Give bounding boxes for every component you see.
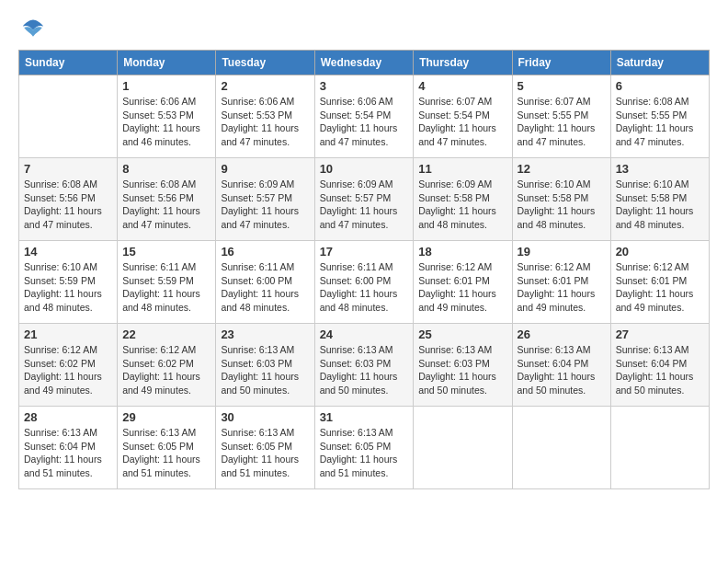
column-header-tuesday: Tuesday <box>216 51 314 75</box>
day-info: Sunrise: 6:13 AM Sunset: 6:03 PM Dayligh… <box>320 343 409 397</box>
calendar-cell: 12Sunrise: 6:10 AM Sunset: 5:58 PM Dayli… <box>512 158 610 241</box>
day-info: Sunrise: 6:06 AM Sunset: 5:53 PM Dayligh… <box>221 95 309 149</box>
calendar-cell: 24Sunrise: 6:13 AM Sunset: 6:03 PM Dayli… <box>314 324 414 407</box>
calendar-cell: 8Sunrise: 6:08 AM Sunset: 5:56 PM Daylig… <box>118 158 216 241</box>
day-number: 11 <box>418 162 506 176</box>
day-number: 19 <box>518 245 606 259</box>
day-number: 20 <box>616 245 704 259</box>
calendar-cell: 1Sunrise: 6:06 AM Sunset: 5:53 PM Daylig… <box>118 75 216 158</box>
day-info: Sunrise: 6:06 AM Sunset: 5:54 PM Dayligh… <box>320 95 409 149</box>
calendar-cell: 9Sunrise: 6:09 AM Sunset: 5:57 PM Daylig… <box>216 158 314 241</box>
calendar-cell: 13Sunrise: 6:10 AM Sunset: 5:58 PM Dayli… <box>610 158 709 241</box>
calendar-cell <box>512 407 610 489</box>
day-number: 29 <box>122 410 210 424</box>
day-info: Sunrise: 6:11 AM Sunset: 6:00 PM Dayligh… <box>221 260 309 315</box>
day-number: 30 <box>221 410 309 424</box>
calendar-cell <box>610 407 709 489</box>
calendar-cell: 5Sunrise: 6:07 AM Sunset: 5:55 PM Daylig… <box>512 75 610 158</box>
logo <box>18 18 46 40</box>
day-number: 9 <box>221 162 309 176</box>
day-number: 24 <box>320 327 409 341</box>
day-info: Sunrise: 6:08 AM Sunset: 5:55 PM Dayligh… <box>616 95 704 149</box>
day-info: Sunrise: 6:06 AM Sunset: 5:53 PM Dayligh… <box>122 95 210 149</box>
day-number: 13 <box>616 162 704 176</box>
day-number: 10 <box>320 162 409 176</box>
calendar-cell: 4Sunrise: 6:07 AM Sunset: 5:54 PM Daylig… <box>414 75 512 158</box>
calendar-cell: 15Sunrise: 6:11 AM Sunset: 5:59 PM Dayli… <box>118 241 216 324</box>
day-info: Sunrise: 6:08 AM Sunset: 5:56 PM Dayligh… <box>122 178 210 232</box>
calendar-cell: 27Sunrise: 6:13 AM Sunset: 6:04 PM Dayli… <box>610 324 709 407</box>
calendar-cell: 25Sunrise: 6:13 AM Sunset: 6:03 PM Dayli… <box>414 324 512 407</box>
day-info: Sunrise: 6:13 AM Sunset: 6:05 PM Dayligh… <box>320 426 409 480</box>
logo-bird-icon <box>20 18 46 40</box>
day-info: Sunrise: 6:11 AM Sunset: 5:59 PM Dayligh… <box>122 260 210 315</box>
calendar-cell: 19Sunrise: 6:12 AM Sunset: 6:01 PM Dayli… <box>512 241 610 324</box>
day-info: Sunrise: 6:13 AM Sunset: 6:04 PM Dayligh… <box>518 343 606 397</box>
column-header-saturday: Saturday <box>610 51 709 75</box>
day-number: 28 <box>24 410 112 424</box>
day-number: 18 <box>418 245 506 259</box>
day-info: Sunrise: 6:07 AM Sunset: 5:55 PM Dayligh… <box>518 95 606 149</box>
calendar-cell: 30Sunrise: 6:13 AM Sunset: 6:05 PM Dayli… <box>216 407 314 489</box>
column-header-sunday: Sunday <box>19 51 118 75</box>
calendar-cell: 18Sunrise: 6:12 AM Sunset: 6:01 PM Dayli… <box>414 241 512 324</box>
calendar-cell: 6Sunrise: 6:08 AM Sunset: 5:55 PM Daylig… <box>610 75 709 158</box>
calendar-week-row: 14Sunrise: 6:10 AM Sunset: 5:59 PM Dayli… <box>19 241 710 324</box>
column-header-monday: Monday <box>118 51 216 75</box>
day-number: 26 <box>518 327 606 341</box>
day-number: 27 <box>616 327 704 341</box>
day-info: Sunrise: 6:13 AM Sunset: 6:04 PM Dayligh… <box>616 343 704 397</box>
day-info: Sunrise: 6:13 AM Sunset: 6:04 PM Dayligh… <box>24 426 112 480</box>
calendar-cell: 10Sunrise: 6:09 AM Sunset: 5:57 PM Dayli… <box>314 158 414 241</box>
calendar-cell: 29Sunrise: 6:13 AM Sunset: 6:05 PM Dayli… <box>118 407 216 489</box>
calendar-week-row: 21Sunrise: 6:12 AM Sunset: 6:02 PM Dayli… <box>19 324 710 407</box>
day-number: 14 <box>24 245 112 259</box>
calendar-week-row: 7Sunrise: 6:08 AM Sunset: 5:56 PM Daylig… <box>19 158 710 241</box>
day-info: Sunrise: 6:12 AM Sunset: 6:02 PM Dayligh… <box>122 343 210 397</box>
calendar-cell: 14Sunrise: 6:10 AM Sunset: 5:59 PM Dayli… <box>19 241 118 324</box>
day-number: 12 <box>518 162 606 176</box>
day-number: 16 <box>221 245 309 259</box>
calendar-cell: 21Sunrise: 6:12 AM Sunset: 6:02 PM Dayli… <box>19 324 118 407</box>
day-number: 17 <box>320 245 409 259</box>
column-header-friday: Friday <box>512 51 610 75</box>
calendar-header-row: SundayMondayTuesdayWednesdayThursdayFrid… <box>19 51 710 75</box>
day-number: 2 <box>221 79 309 93</box>
day-info: Sunrise: 6:12 AM Sunset: 6:01 PM Dayligh… <box>616 260 704 315</box>
calendar-cell: 22Sunrise: 6:12 AM Sunset: 6:02 PM Dayli… <box>118 324 216 407</box>
day-info: Sunrise: 6:13 AM Sunset: 6:05 PM Dayligh… <box>221 426 309 480</box>
calendar-cell: 28Sunrise: 6:13 AM Sunset: 6:04 PM Dayli… <box>19 407 118 489</box>
day-number: 15 <box>122 245 210 259</box>
day-number: 22 <box>122 327 210 341</box>
day-number: 8 <box>122 162 210 176</box>
calendar-cell: 26Sunrise: 6:13 AM Sunset: 6:04 PM Dayli… <box>512 324 610 407</box>
day-info: Sunrise: 6:13 AM Sunset: 6:03 PM Dayligh… <box>418 343 506 397</box>
calendar-cell: 11Sunrise: 6:09 AM Sunset: 5:58 PM Dayli… <box>414 158 512 241</box>
calendar-table: SundayMondayTuesdayWednesdayThursdayFrid… <box>18 50 710 489</box>
day-number: 3 <box>320 79 409 93</box>
day-info: Sunrise: 6:13 AM Sunset: 6:05 PM Dayligh… <box>122 426 210 480</box>
day-number: 21 <box>24 327 112 341</box>
day-info: Sunrise: 6:07 AM Sunset: 5:54 PM Dayligh… <box>418 95 506 149</box>
day-number: 5 <box>518 79 606 93</box>
day-info: Sunrise: 6:09 AM Sunset: 5:57 PM Dayligh… <box>221 178 309 232</box>
day-info: Sunrise: 6:12 AM Sunset: 6:02 PM Dayligh… <box>24 343 112 397</box>
day-info: Sunrise: 6:11 AM Sunset: 6:00 PM Dayligh… <box>320 260 409 315</box>
column-header-thursday: Thursday <box>414 51 512 75</box>
calendar-cell <box>19 75 118 158</box>
day-number: 4 <box>418 79 506 93</box>
day-number: 1 <box>122 79 210 93</box>
column-header-wednesday: Wednesday <box>314 51 414 75</box>
calendar-cell: 31Sunrise: 6:13 AM Sunset: 6:05 PM Dayli… <box>314 407 414 489</box>
day-info: Sunrise: 6:12 AM Sunset: 6:01 PM Dayligh… <box>418 260 506 315</box>
day-info: Sunrise: 6:09 AM Sunset: 5:57 PM Dayligh… <box>320 178 409 232</box>
day-number: 23 <box>221 327 309 341</box>
day-info: Sunrise: 6:09 AM Sunset: 5:58 PM Dayligh… <box>418 178 506 232</box>
calendar-cell: 16Sunrise: 6:11 AM Sunset: 6:00 PM Dayli… <box>216 241 314 324</box>
day-info: Sunrise: 6:08 AM Sunset: 5:56 PM Dayligh… <box>24 178 112 232</box>
calendar-cell: 20Sunrise: 6:12 AM Sunset: 6:01 PM Dayli… <box>610 241 709 324</box>
calendar-cell: 3Sunrise: 6:06 AM Sunset: 5:54 PM Daylig… <box>314 75 414 158</box>
day-info: Sunrise: 6:10 AM Sunset: 5:58 PM Dayligh… <box>616 178 704 232</box>
calendar-cell <box>414 407 512 489</box>
day-info: Sunrise: 6:10 AM Sunset: 5:58 PM Dayligh… <box>518 178 606 232</box>
